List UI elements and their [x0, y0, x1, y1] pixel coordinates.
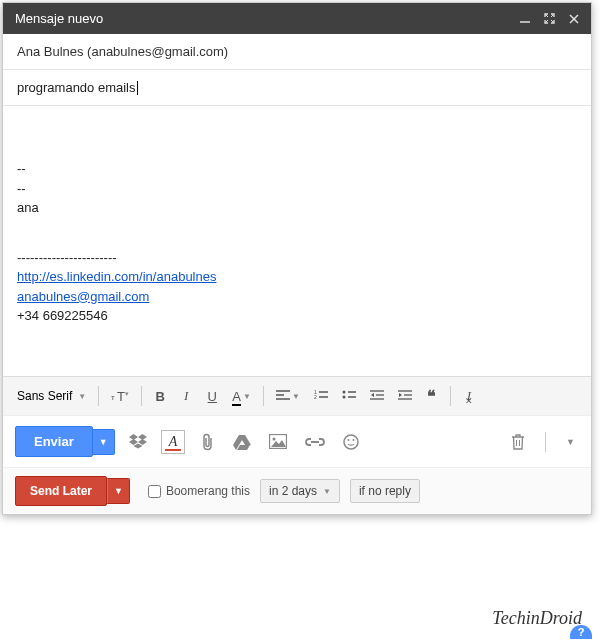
separator [98, 386, 99, 406]
signature-name: ana [17, 198, 577, 218]
window-header: Mensaje nuevo [3, 3, 591, 34]
photo-icon[interactable] [265, 430, 291, 453]
message-body[interactable]: -- -- ana ----------------------- http:/… [3, 106, 591, 376]
phone-text: +34 669225546 [17, 306, 577, 326]
emoji-icon[interactable] [339, 430, 363, 454]
remove-format-button[interactable]: I✕ [457, 383, 481, 409]
signature-dash: -- [17, 159, 577, 179]
numbered-list-button[interactable]: 12 [308, 383, 334, 409]
to-field[interactable]: Ana Bulnes (anabulnes@gmail.com) [3, 34, 591, 70]
separator [545, 432, 546, 452]
action-right: ▼ [507, 430, 579, 454]
bullet-list-button[interactable] [336, 383, 362, 409]
chevron-down-icon: ▼ [78, 392, 86, 401]
chevron-down-icon: ▼ [292, 392, 300, 401]
watermark: TechinDroid [492, 608, 582, 629]
boomerang-checkbox[interactable] [148, 485, 161, 498]
separator [263, 386, 264, 406]
recipient-chip[interactable]: Ana Bulnes (anabulnes@gmail.com) [17, 44, 228, 59]
separator [141, 386, 142, 406]
subject-text: programando emails [17, 80, 136, 95]
link-icon[interactable] [301, 433, 329, 451]
align-button[interactable]: ▼ [270, 383, 306, 409]
send-button[interactable]: Enviar [15, 426, 93, 457]
drive-icon[interactable] [229, 430, 255, 454]
italic-button[interactable]: I [174, 383, 198, 409]
svg-point-26 [348, 439, 350, 441]
text-color-button[interactable]: A▼ [226, 383, 257, 409]
trash-icon[interactable] [507, 430, 529, 454]
svg-point-27 [353, 439, 355, 441]
more-options-button[interactable]: ▼ [562, 433, 579, 451]
send-later-options-button[interactable]: ▼ [107, 478, 130, 504]
signature-separator: ----------------------- [17, 248, 577, 268]
close-icon[interactable] [569, 14, 579, 24]
svg-point-13 [342, 391, 345, 394]
send-options-button[interactable]: ▼ [93, 429, 115, 455]
svg-point-24 [273, 438, 276, 441]
boomerang-label: Boomerang this [166, 484, 250, 498]
email-link[interactable]: anabulnes@gmail.com [17, 289, 149, 304]
chevron-down-icon: ▼ [243, 392, 251, 401]
send-later-button[interactable]: Send Later [15, 476, 107, 506]
separator [450, 386, 451, 406]
action-bar: Enviar ▼ A ▼ [3, 415, 591, 467]
linkedin-link[interactable]: http://es.linkedin.com/in/anabulnes [17, 269, 216, 284]
svg-text:▾: ▾ [125, 390, 129, 397]
window-controls [520, 13, 579, 24]
chevron-down-icon: ▼ [323, 487, 331, 496]
text-cursor [137, 81, 138, 95]
window-title: Mensaje nuevo [15, 11, 520, 26]
indent-more-button[interactable] [392, 383, 418, 409]
minimize-icon[interactable] [520, 14, 530, 24]
attach-icon[interactable] [195, 429, 219, 455]
boomerang-checkbox-label[interactable]: Boomerang this [148, 484, 250, 498]
signature-dash: -- [17, 179, 577, 199]
boomerang-when-select[interactable]: in 2 days ▼ [260, 479, 340, 503]
svg-point-14 [342, 396, 345, 399]
dropbox-icon[interactable] [125, 430, 151, 454]
compose-window: Mensaje nuevo Ana Bulnes (anabulnes@gmai… [2, 2, 592, 515]
indent-less-button[interactable] [364, 383, 390, 409]
expand-icon[interactable] [544, 13, 555, 24]
subject-field[interactable]: programando emails [3, 70, 591, 106]
bold-button[interactable]: B [148, 383, 172, 409]
font-size-button[interactable]: тT▾ [105, 383, 135, 409]
svg-point-25 [344, 435, 358, 449]
font-format-button[interactable]: A [161, 430, 186, 454]
svg-text:т: т [111, 393, 115, 402]
quote-button[interactable]: ❝ [420, 383, 444, 409]
boomerang-bar: Send Later ▼ Boomerang this in 2 days ▼ … [3, 467, 591, 514]
svg-text:2: 2 [314, 394, 317, 400]
underline-button[interactable]: U [200, 383, 224, 409]
svg-text:T: T [117, 389, 125, 403]
boomerang-condition-select[interactable]: if no reply [350, 479, 420, 503]
format-toolbar: Sans Serif ▼ тT▾ B I U A▼ ▼ 12 ❝ [3, 376, 591, 415]
font-family-select[interactable]: Sans Serif ▼ [11, 385, 92, 407]
